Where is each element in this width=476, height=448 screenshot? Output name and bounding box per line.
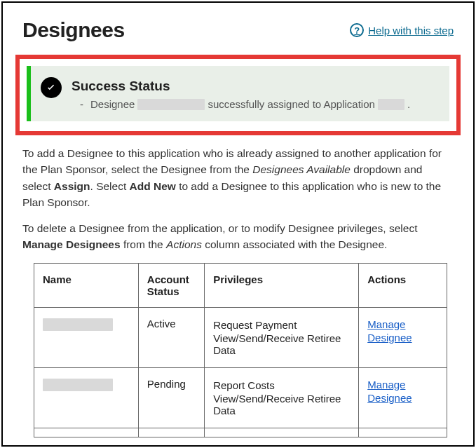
instruction-paragraph-2: To delete a Designee from the applicatio… xyxy=(22,220,454,253)
privileges-cell: Report Costs View/Send/Receive Retiree D… xyxy=(205,367,359,428)
col-header-privileges: Privileges xyxy=(205,263,359,307)
redacted-app-id xyxy=(378,99,404,110)
alert-text-block: Success Status - Designee successfully a… xyxy=(72,76,410,110)
help-link[interactable]: ? Help with this step xyxy=(350,23,454,37)
success-check-icon xyxy=(41,77,62,98)
manage-designee-link[interactable]: Manage Designee xyxy=(367,378,438,405)
page-title: Designees xyxy=(22,18,125,42)
help-icon: ? xyxy=(350,23,364,37)
success-alert: Success Status - Designee successfully a… xyxy=(27,66,449,121)
manage-designee-link[interactable]: Manage Designee xyxy=(367,318,438,345)
col-header-actions: Actions xyxy=(359,263,447,307)
col-header-status: Account Status xyxy=(138,263,204,307)
table-row: Active Request Payment View/Send/Receive… xyxy=(34,307,447,367)
redacted-name-cell xyxy=(43,318,113,331)
redacted-name xyxy=(137,99,205,110)
help-link-label: Help with this step xyxy=(368,25,454,36)
table-row: Pending Report Costs View/Send/Receive R… xyxy=(34,367,447,428)
table-row xyxy=(34,428,447,437)
content-area: Designees ? Help with this step Success … xyxy=(3,3,473,437)
page-header: Designees ? Help with this step xyxy=(22,18,454,42)
redacted-name-cell xyxy=(43,379,113,391)
instruction-paragraph-1: To add a Designee to this application wh… xyxy=(22,145,454,210)
alert-title: Success Status xyxy=(72,79,410,94)
highlight-box: Success Status - Designee successfully a… xyxy=(15,55,461,135)
designees-table: Name Account Status Privileges Actions A… xyxy=(34,263,447,437)
status-cell: Pending xyxy=(138,367,204,428)
privileges-cell: Request Payment View/Send/Receive Retire… xyxy=(205,307,359,367)
alert-message: - Designee successfully assigned to Appl… xyxy=(72,98,410,110)
status-cell: Active xyxy=(138,307,204,367)
table-header-row: Name Account Status Privileges Actions xyxy=(34,263,447,307)
page-frame: Designees ? Help with this step Success … xyxy=(1,1,475,447)
col-header-name: Name xyxy=(34,263,139,307)
